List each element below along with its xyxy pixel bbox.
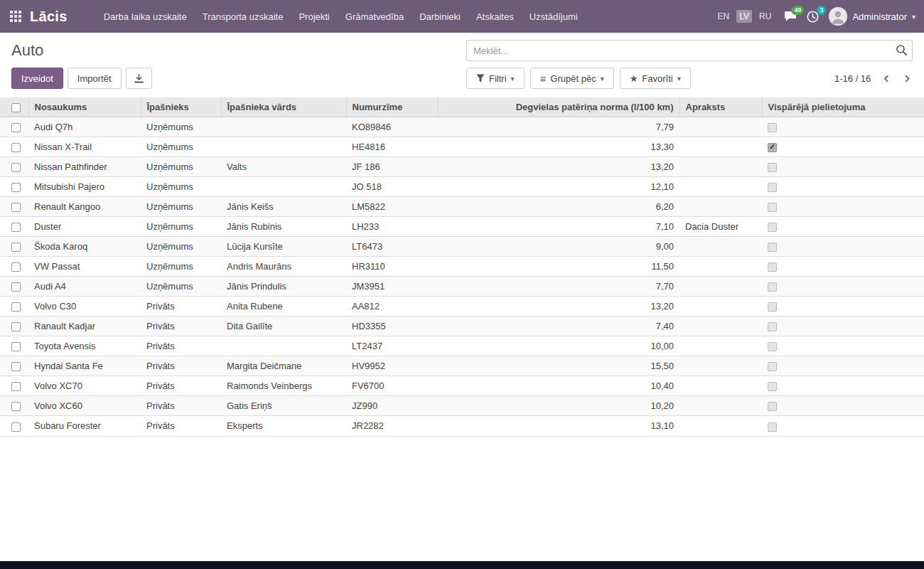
cell-plate: HD3355 bbox=[346, 317, 438, 336]
general-use-checkbox[interactable] bbox=[768, 302, 777, 312]
row-select-checkbox[interactable] bbox=[11, 203, 21, 212]
table-row[interactable]: Hyndai Santa Fe Privāts Margita Deičmane… bbox=[0, 356, 924, 376]
row-select-checkbox[interactable] bbox=[11, 342, 21, 351]
table-row[interactable]: Subaru Forester Privāts Eksperts JR2282 … bbox=[0, 416, 924, 436]
cell-description bbox=[679, 236, 762, 256]
nav-menu-item[interactable]: Grāmatvedība bbox=[338, 0, 412, 33]
filters-button[interactable]: Filtri ▾ bbox=[466, 68, 525, 89]
cell-plate: LT6473 bbox=[346, 236, 438, 256]
row-select-checkbox[interactable] bbox=[11, 223, 21, 232]
pager-next-icon[interactable]: › bbox=[902, 70, 913, 86]
general-use-checkbox[interactable] bbox=[768, 282, 777, 292]
row-select-checkbox[interactable] bbox=[11, 143, 21, 152]
nav-menu-item[interactable]: Darba laika uzskaite bbox=[96, 0, 195, 33]
nav-menu-item[interactable]: Transporta uzskaite bbox=[195, 0, 291, 33]
table-row[interactable]: Toyota Avensis Privāts LT2437 10,00 bbox=[0, 336, 924, 356]
table-row[interactable]: Mitsubishi Pajero Uzņēmums JO 518 12,10 bbox=[0, 176, 924, 196]
pager: 1-16 / 16 ‹ › bbox=[834, 70, 913, 86]
row-select-checkbox[interactable] bbox=[11, 362, 21, 371]
row-select-checkbox[interactable] bbox=[11, 382, 21, 391]
import-button[interactable]: Importēt bbox=[68, 68, 122, 89]
nav-menu-item[interactable]: Atskaites bbox=[468, 0, 522, 33]
table-row[interactable]: Audi A4 Uzņēmums Jānis Prindulis JM3951 … bbox=[0, 277, 924, 297]
general-use-checkbox[interactable] bbox=[768, 382, 777, 391]
row-select-checkbox[interactable] bbox=[11, 243, 21, 252]
cell-select bbox=[0, 336, 28, 356]
table-row[interactable]: Duster Uzņēmums Jānis Rubinis LH233 7,10… bbox=[0, 216, 924, 236]
cell-name: Volvo XC60 bbox=[28, 396, 141, 416]
search-input[interactable] bbox=[466, 40, 913, 61]
row-select-checkbox[interactable] bbox=[11, 402, 21, 411]
general-use-checkbox[interactable] bbox=[768, 262, 777, 272]
row-select-checkbox[interactable] bbox=[11, 123, 21, 132]
table-row[interactable]: Ranault Kadjar Privāts Dita Gailīte HD33… bbox=[0, 317, 924, 336]
general-use-checkbox[interactable] bbox=[768, 422, 777, 432]
group-by-button[interactable]: ≡ Grupēt pēc ▾ bbox=[530, 68, 614, 89]
general-use-checkbox[interactable] bbox=[768, 183, 777, 192]
column-header-name[interactable]: Nosaukums bbox=[28, 97, 141, 117]
search-icon[interactable] bbox=[896, 44, 908, 56]
general-use-checkbox[interactable] bbox=[768, 362, 777, 371]
row-select-checkbox[interactable] bbox=[11, 183, 21, 192]
nav-menu-item[interactable]: Projekti bbox=[291, 0, 337, 33]
page-title: Auto bbox=[11, 41, 43, 60]
user-menu[interactable]: Administrator ▾ bbox=[829, 7, 915, 26]
column-header-consumption[interactable]: Degvielas patēriņa norma (l/100 km) bbox=[438, 97, 679, 117]
column-header-description[interactable]: Apraksts bbox=[679, 97, 762, 117]
column-header-plate[interactable]: Numurzīme bbox=[346, 97, 438, 117]
cell-name: Duster bbox=[28, 216, 141, 236]
general-use-checkbox[interactable] bbox=[768, 243, 777, 252]
general-use-checkbox[interactable] bbox=[768, 342, 777, 351]
table-row[interactable]: Volvo XC70 Privāts Raimonds Veinbergs FV… bbox=[0, 376, 924, 396]
general-use-checkbox[interactable] bbox=[768, 322, 777, 331]
row-select-checkbox[interactable] bbox=[11, 262, 21, 272]
create-button[interactable]: Izveidot bbox=[11, 68, 63, 89]
column-header-general-use[interactable]: Vispārējā pielietojuma bbox=[762, 97, 924, 117]
general-use-checkbox[interactable] bbox=[768, 402, 777, 411]
nav-menu-item[interactable]: Darbinieki bbox=[412, 0, 468, 33]
user-name: Administrator bbox=[852, 11, 907, 22]
cell-general-use bbox=[762, 297, 924, 317]
table-row[interactable]: VW Passat Uzņēmums Andris Maurāns HR3110… bbox=[0, 256, 924, 276]
row-select-checkbox[interactable] bbox=[11, 322, 21, 331]
table-row[interactable]: Nissan X-Trail Uzņēmums HE4816 13,30 bbox=[0, 137, 924, 156]
row-select-checkbox[interactable] bbox=[11, 163, 21, 172]
row-select-checkbox[interactable] bbox=[11, 302, 21, 312]
cell-plate: AA812 bbox=[346, 297, 438, 317]
nav-menu-item[interactable]: Uzstādījumi bbox=[522, 0, 586, 33]
language-option-lv[interactable]: LV bbox=[736, 10, 752, 23]
general-use-checkbox[interactable] bbox=[768, 123, 777, 132]
download-button[interactable] bbox=[126, 68, 152, 89]
cell-owner: Uzņēmums bbox=[141, 117, 221, 137]
language-option-ru[interactable]: RU bbox=[756, 10, 774, 23]
cell-consumption: 10,40 bbox=[438, 376, 679, 396]
select-all-header[interactable] bbox=[0, 97, 28, 117]
cell-consumption: 7,79 bbox=[438, 117, 679, 137]
table-row[interactable]: Volvo XC60 Privāts Gatis Eriņš JZ990 10,… bbox=[0, 396, 924, 416]
favorites-button[interactable]: ★ Favorīti ▾ bbox=[620, 68, 691, 89]
general-use-checkbox[interactable] bbox=[768, 203, 777, 212]
language-option-en[interactable]: EN bbox=[715, 10, 733, 23]
select-all-checkbox[interactable] bbox=[11, 103, 21, 112]
table-row[interactable]: Volvo C30 Privāts Anita Rubene AA812 13,… bbox=[0, 297, 924, 317]
apps-grid-icon[interactable] bbox=[10, 11, 21, 22]
pager-previous-icon[interactable]: ‹ bbox=[881, 70, 891, 86]
row-select-checkbox[interactable] bbox=[11, 422, 21, 432]
cell-owner-name: Jānis Keišs bbox=[221, 196, 346, 216]
column-header-owner-name[interactable]: Īpašnieka vārds bbox=[221, 97, 346, 117]
column-header-owner[interactable]: Īpašnieks bbox=[141, 97, 221, 117]
general-use-checkbox[interactable] bbox=[768, 223, 777, 232]
general-use-checkbox[interactable] bbox=[768, 163, 777, 172]
row-select-checkbox[interactable] bbox=[11, 282, 21, 292]
table-row[interactable]: Škoda Karoq Uzņēmums Lūcija Kursīte LT64… bbox=[0, 236, 924, 256]
messages-button[interactable]: 40 bbox=[784, 11, 797, 22]
general-use-checkbox[interactable] bbox=[768, 143, 777, 152]
table-row[interactable]: Audi Q7h Uzņēmums KO89846 7,79 bbox=[0, 117, 924, 137]
activities-button[interactable]: 3 bbox=[807, 11, 819, 23]
cell-owner: Uzņēmums bbox=[141, 196, 221, 216]
cell-general-use bbox=[762, 317, 924, 336]
table-row[interactable]: Renault Kangoo Uzņēmums Jānis Keišs LM58… bbox=[0, 196, 924, 216]
table-row[interactable]: Nissan Pathfinder Uzņēmums Valts JF 186 … bbox=[0, 156, 924, 176]
cell-name: Volvo XC70 bbox=[28, 376, 141, 396]
cell-select bbox=[0, 416, 28, 436]
